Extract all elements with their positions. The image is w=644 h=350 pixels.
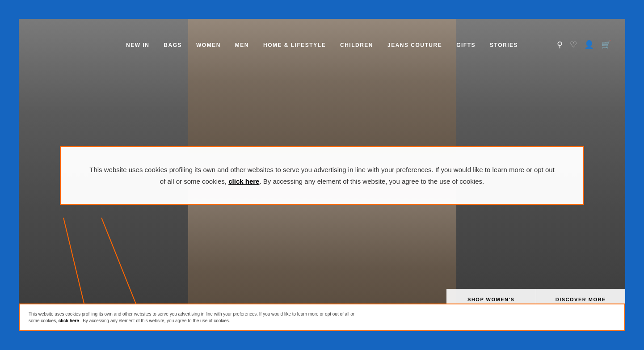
nav-item-new-in[interactable]: NEW IN: [126, 41, 149, 49]
nav-item-women[interactable]: WOMEN: [196, 41, 221, 49]
cookie-click-here-link[interactable]: click here: [228, 177, 259, 185]
navbar: NEW IN BAGS WOMEN MEN HOME & LIFESTYLE C…: [19, 19, 625, 70]
wishlist-icon[interactable]: ♡: [570, 40, 577, 50]
nav-item-stories[interactable]: STORIES: [490, 41, 518, 49]
nav-item-home-lifestyle[interactable]: HOME & LIFESTYLE: [263, 41, 326, 49]
nav-item-jeans-couture[interactable]: JEANS COUTURE: [387, 41, 442, 49]
cookie-bar-click-here-link[interactable]: click here: [59, 318, 79, 323]
nav-item-men[interactable]: MEN: [235, 41, 249, 49]
nav-links: NEW IN BAGS WOMEN MEN HOME & LIFESTYLE C…: [126, 41, 518, 49]
cart-icon[interactable]: 🛒: [601, 40, 611, 50]
nav-item-children[interactable]: CHILDREN: [340, 41, 373, 49]
cookie-bar-bottom: This website uses cookies profiling its …: [19, 304, 625, 331]
cookie-banner-text: This website uses cookies profiling its …: [88, 164, 556, 187]
nav-icons: ⚲ ♡ 👤 🛒: [557, 40, 611, 50]
search-icon[interactable]: ⚲: [557, 40, 563, 50]
nav-item-bags[interactable]: BAGS: [164, 41, 182, 49]
nav-item-gifts[interactable]: GIFTS: [456, 41, 476, 49]
cookie-bar-text: This website uses cookies profiling its …: [29, 311, 359, 324]
account-icon[interactable]: 👤: [584, 40, 594, 50]
cookie-banner-main: This website uses cookies profiling its …: [60, 146, 584, 205]
